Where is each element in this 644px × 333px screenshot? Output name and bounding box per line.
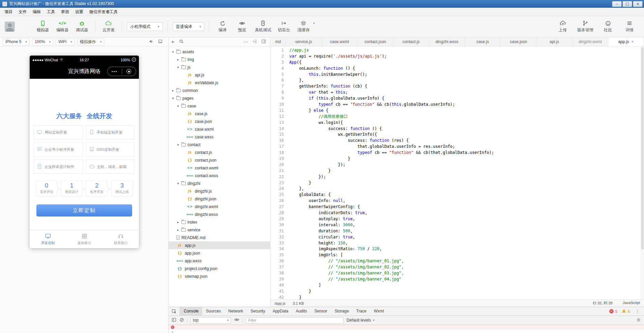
- tree-item-project-config-json[interactable]: {}project.config.json: [169, 265, 270, 272]
- folder-closed-arrow-icon[interactable]: ▸: [176, 228, 180, 232]
- tree-item-pages[interactable]: ▾pages: [169, 94, 270, 102]
- devtools-menu-icon[interactable]: ⋮: [634, 309, 641, 314]
- console-sidebar-icon[interactable]: [172, 318, 176, 323]
- editor-tab-dingzhi-wxss[interactable]: dingzhi.wxss: [429, 37, 465, 46]
- customize-now-button[interactable]: 立即定制: [36, 204, 132, 217]
- editor-tab-contact-json[interactable]: contact.json: [357, 37, 393, 46]
- devtab-network[interactable]: Network: [225, 307, 247, 315]
- tree-item-img[interactable]: ▸img: [169, 56, 270, 63]
- tree-item-sitemap-json[interactable]: {}sitemap.json: [169, 272, 270, 280]
- switch-background-button[interactable]: 切后台: [274, 20, 294, 33]
- devtab-audits[interactable]: Audits: [292, 307, 311, 315]
- volume-icon[interactable]: [149, 39, 154, 45]
- step-item-0[interactable]: 0 需求评估: [36, 180, 57, 196]
- gear-icon[interactable]: [636, 318, 641, 323]
- tree-item-assets[interactable]: ▾assets: [169, 48, 270, 56]
- folder-open-arrow-icon[interactable]: ▾: [176, 143, 180, 146]
- console-filter-input[interactable]: [246, 317, 344, 324]
- user-avatar[interactable]: [5, 22, 15, 32]
- editor-tab-md[interactable]: md: [270, 37, 286, 46]
- debugger-toggle-button[interactable]: 调试器: [72, 20, 92, 33]
- tree-item-case-js[interactable]: JScase.js: [169, 110, 270, 118]
- compile-button[interactable]: 编译: [213, 20, 232, 33]
- more-icon[interactable]: ⋯: [243, 39, 248, 44]
- tree-item-contact-js[interactable]: JScontact.js: [169, 148, 270, 156]
- minimize-button[interactable]: –: [612, 1, 622, 7]
- devtab-sources[interactable]: Sources: [202, 307, 225, 315]
- tree-item-case-json[interactable]: {}case.json: [169, 118, 270, 125]
- mode-select[interactable]: 小程序模式 ▾: [127, 22, 163, 31]
- editor-scrollbar[interactable]: [641, 46, 644, 299]
- step-item-3[interactable]: 3 测试上线: [111, 180, 133, 196]
- menu-item-settings[interactable]: 设置: [72, 8, 86, 16]
- error-badge-icon[interactable]: ×: [609, 309, 614, 313]
- remote-debug-button[interactable]: 真机调试: [252, 20, 274, 33]
- clear-console-icon[interactable]: [179, 318, 184, 323]
- service-item-brochure[interactable]: 企业样本设计制作: [34, 160, 83, 174]
- zoom-select[interactable]: 100% ▾: [32, 38, 53, 45]
- simulator-toggle-button[interactable]: 模拟器: [33, 20, 53, 33]
- editor-tab-api-js[interactable]: api.js: [536, 37, 572, 46]
- tab-dev-customize[interactable]: 开发定制: [30, 230, 66, 248]
- cursor-position[interactable]: 行 32, 列 28: [593, 301, 613, 306]
- console-output[interactable]: × ›: [169, 325, 644, 333]
- tree-item-case-wxml[interactable]: <>case.wxml: [169, 125, 270, 133]
- banner-area[interactable]: [30, 79, 139, 108]
- cloud-dev-button[interactable]: 云开发: [99, 20, 118, 33]
- tree-item-dingzhi[interactable]: ▾dingzhi: [169, 179, 270, 187]
- close-tab-icon[interactable]: ×: [631, 39, 634, 44]
- tree-item-app-wxss[interactable]: wxssapp.wxss: [169, 257, 270, 265]
- step-item-1[interactable]: 1 视觉设计: [61, 180, 83, 196]
- close-button[interactable]: ×: [633, 1, 643, 7]
- menu-item-project[interactable]: 项目: [1, 8, 16, 16]
- console-context-select[interactable]: top ▾: [191, 317, 231, 324]
- devtab-security[interactable]: Security: [247, 307, 269, 315]
- devtab-appdata[interactable]: AppData: [269, 307, 292, 315]
- folder-open-arrow-icon[interactable]: ▾: [176, 104, 180, 108]
- search-icon[interactable]: [179, 39, 184, 45]
- warning-badge-icon[interactable]: [622, 309, 626, 314]
- devtab-trace[interactable]: Trace: [353, 307, 370, 315]
- code-editor[interactable]: 1234567891011121314151617181920212223242…: [270, 46, 644, 299]
- tree-item-js[interactable]: ▾js: [169, 63, 270, 71]
- maximize-button[interactable]: □: [622, 1, 632, 7]
- menu-item-interface[interactable]: 界面: [58, 8, 72, 16]
- editor-tab-app-js[interactable]: app.js ×: [608, 37, 644, 46]
- tree-item-README-md[interactable]: README.md: [169, 234, 270, 241]
- tree-item-case-wxss[interactable]: wxsscase.wxss: [169, 133, 270, 141]
- scrollbar-thumb[interactable]: [641, 47, 644, 249]
- editor-tab-contact-js[interactable]: contact.js: [393, 37, 429, 46]
- compile-mode-select[interactable]: 普通编译 ▾: [173, 22, 205, 31]
- tree-item-contact-json[interactable]: {}contact.json: [169, 156, 270, 164]
- preview-button[interactable]: 预览: [232, 20, 252, 33]
- folder-open-arrow-icon[interactable]: ▾: [176, 66, 180, 69]
- new-file-icon[interactable]: +: [171, 39, 174, 44]
- folder-closed-arrow-icon[interactable]: ▸: [176, 221, 180, 224]
- tree-item-wxValidate-js[interactable]: JSwxValidate.js: [169, 79, 270, 87]
- tree-item-contact-wxss[interactable]: wxsscontact.wxss: [169, 172, 270, 179]
- capsule-more-button[interactable]: •••: [108, 67, 122, 76]
- tree-item-app-js[interactable]: JSapp.js: [169, 241, 270, 249]
- tree-item-app-json[interactable]: {}app.json: [169, 249, 270, 257]
- devtab-sensor[interactable]: Sensor: [311, 307, 331, 315]
- editor-tab-case-json[interactable]: case.json: [501, 37, 536, 46]
- device-frame-icon[interactable]: [158, 39, 163, 45]
- simulate-action-select[interactable]: 模拟操作 ▾: [77, 38, 105, 45]
- inspect-element-button[interactable]: [169, 307, 180, 315]
- devtab-console[interactable]: Console: [180, 307, 202, 315]
- service-item-hosting[interactable]: 主机，域名，邮箱: [86, 160, 135, 174]
- collapse-all-icon[interactable]: [253, 39, 257, 45]
- tree-item-case[interactable]: ▾case: [169, 102, 270, 110]
- tab-cases[interactable]: 案例展示: [66, 230, 103, 248]
- folder-closed-arrow-icon[interactable]: ▸: [176, 58, 180, 61]
- tree-item-service[interactable]: ▸service: [169, 226, 270, 234]
- console-error-row[interactable]: ×: [169, 325, 644, 329]
- devtab-storage[interactable]: Storage: [331, 307, 353, 315]
- tree-item-dingzhi-wxml[interactable]: <>dingzhi.wxml: [169, 203, 270, 210]
- editor-tab-case-js[interactable]: case.js: [465, 37, 501, 46]
- editor-tab-dingzhi-wxml[interactable]: dingzhi.wxml: [573, 37, 608, 46]
- tree-item-api-js[interactable]: JSapi.js: [169, 71, 270, 79]
- tree-item-index[interactable]: ▸index: [169, 218, 270, 226]
- devtab-wxml[interactable]: Wxml: [370, 307, 388, 315]
- tree-item-contact-wxml[interactable]: <>contact.wxml: [169, 164, 270, 172]
